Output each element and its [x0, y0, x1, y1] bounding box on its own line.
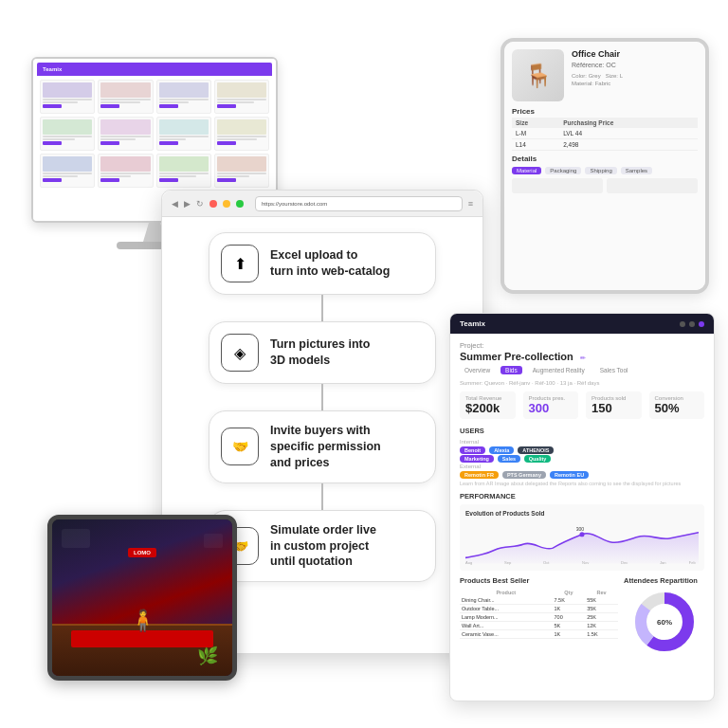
internal-users: Benoit Alexia ATHENOIS	[460, 446, 704, 454]
prices-table: Size Purchasing Price L-MLVL 44 L142,498	[512, 118, 698, 151]
dashboard-tabs: Overview Bids Augmented Reality Sales To…	[460, 366, 704, 374]
dashboard-body: Project: Summer Pre-collection ✏ Overvie…	[450, 334, 714, 663]
col-qty: Qty	[553, 589, 586, 596]
product-card	[214, 117, 269, 151]
prices-label: Prices	[512, 107, 698, 116]
chart-title: Evolution of Products Sold	[465, 510, 699, 517]
detail-values	[512, 178, 698, 193]
product-card	[98, 80, 153, 114]
product-card	[40, 117, 95, 151]
project-edit-icon[interactable]: ✏	[580, 355, 586, 361]
table-row: Wall Art...5K12K	[460, 622, 618, 630]
tab-bids[interactable]: Bids	[500, 366, 522, 374]
ar-decor	[62, 529, 90, 548]
tab-sales-tool[interactable]: Sales Tool	[595, 366, 633, 374]
ar-decor-2	[204, 534, 223, 548]
back-icon[interactable]: ◀	[172, 199, 178, 209]
user-badge: Remotin EU	[550, 471, 589, 479]
svg-text:Nov: Nov	[582, 560, 590, 565]
tab-overview[interactable]: Overview	[460, 366, 495, 374]
detail-tab-samples[interactable]: Samples	[621, 167, 652, 174]
forward-icon[interactable]: ▶	[184, 199, 191, 209]
col-revenue: Rev	[585, 589, 618, 596]
col-price: Purchasing Price	[559, 118, 698, 128]
product-card	[98, 154, 153, 188]
flow-step-excel-upload: ⬆ Excel upload toturn into web-catalog	[209, 232, 436, 295]
user-badge: Benoit	[460, 446, 485, 454]
product-card	[156, 154, 211, 188]
product-id: Référence: OC Color: Grey Size: LMateria…	[572, 61, 698, 88]
detail-tab-material[interactable]: Material	[512, 167, 541, 174]
dashboard-header: Teamix	[450, 314, 714, 334]
flow-step-simulate-text: Simulate order livein custom projectunti…	[270, 522, 376, 571]
table-row: Dining Chair...7.5K55K	[460, 596, 618, 605]
svg-text:Dec: Dec	[621, 560, 628, 565]
product-card	[156, 80, 211, 114]
table-row: Outdoor Table...1K35K	[460, 605, 618, 613]
kpi-conversion-value: 50%	[655, 401, 700, 415]
maximize-dot[interactable]	[236, 200, 244, 208]
kpi-products-value: 300	[529, 401, 573, 415]
menu-icon[interactable]: ≡	[468, 199, 473, 209]
invite-icon: 🤝	[221, 428, 259, 465]
svg-text:Oct: Oct	[543, 560, 550, 565]
attendees-section: Attendees Repartition 60%	[624, 576, 704, 655]
price-row: L-MLVL 44	[512, 128, 698, 139]
kpi-sold-value: 150	[592, 401, 636, 415]
attendees-title: Attendees Repartition	[624, 576, 704, 585]
svg-text:Aug: Aug	[465, 560, 473, 565]
ar-plant: 🌿	[197, 646, 218, 666]
performance-title: PERFORMANCE	[460, 492, 704, 500]
table-row: Lamp Modern...70025K	[460, 613, 618, 622]
kpi-sold: Products sold 150	[586, 391, 642, 419]
external-label: External	[460, 464, 704, 469]
role-sales: Sales	[498, 455, 520, 463]
users-section: USERS Internal Benoit Alexia ATHENOIS Ma…	[460, 427, 704, 486]
detail-tab-shipping[interactable]: Shipping	[585, 167, 616, 174]
svg-text:300: 300	[576, 526, 585, 532]
user-badge: ATHENOIS	[518, 446, 554, 454]
user-badge: PTS Germany	[502, 471, 546, 479]
best-seller-title: Products Best Seller	[460, 576, 618, 585]
role-marketing: Marketing	[460, 455, 494, 463]
product-card	[40, 80, 95, 114]
flow-step-simulate: 🤝 Simulate order livein custom projectun…	[209, 510, 436, 583]
excel-upload-icon: ⬆	[221, 245, 259, 282]
dashboard-bottom: Products Best Seller Product Qty Rev Din…	[460, 576, 704, 655]
best-seller-table: Product Qty Rev Dining Chair...7.5K55K O…	[460, 589, 618, 639]
close-dot[interactable]	[209, 200, 217, 208]
price-row: L142,498	[512, 139, 698, 151]
reload-icon[interactable]: ↻	[196, 199, 204, 209]
product-name: Office Chair	[572, 49, 698, 59]
project-label: Project:	[460, 341, 704, 350]
svg-point-0	[579, 532, 584, 537]
flow-step-invite-text: Invite buyers withspecific permissionand…	[270, 423, 381, 471]
user-badge: Remotin FR	[460, 471, 499, 479]
3d-icon: ◈	[221, 334, 259, 372]
product-card	[98, 117, 153, 151]
internal-label: Internal	[460, 439, 704, 445]
flow-connector-1	[321, 295, 323, 321]
header-icon-user	[699, 321, 704, 327]
product-card	[40, 154, 95, 188]
kpi-revenue: Total Revenue $200k	[460, 391, 516, 419]
url-bar[interactable]: https://yourstore.odot.com	[255, 196, 463, 211]
flow-step-3d: ◈ Turn pictures into3D models	[209, 321, 436, 384]
details-label: Details	[512, 155, 698, 163]
col-product: Product	[460, 589, 553, 596]
minimize-dot[interactable]	[223, 200, 230, 208]
kpi-conversion: Conversion 50%	[649, 391, 705, 419]
flow-step-3d-text: Turn pictures into3D models	[270, 337, 370, 369]
flow-connector-2	[321, 384, 323, 410]
tab-ar[interactable]: Augmented Reality	[528, 366, 590, 374]
table-row: Ceramic Vase...1K1.5K	[460, 630, 618, 639]
dashboard-mockup: Teamix Project: Summer Pre-collection ✏ …	[449, 313, 715, 701]
tablet-right: 🪑 Office Chair Référence: OC Color: Grey…	[500, 38, 709, 294]
role-badges: Marketing Sales Quality	[460, 456, 704, 462]
kpi-row: Total Revenue $200k Products pres. 300 P…	[460, 391, 704, 419]
users-title: USERS	[460, 427, 704, 435]
user-note: Learn from AR Image about delegated the …	[460, 481, 704, 486]
chart-area: Evolution of Products Sold 300 Aug Sep O…	[460, 504, 704, 571]
detail-tab-packaging[interactable]: Packaging	[545, 167, 581, 174]
ar-tablet-frame: 🧍 🌿 LOMO	[47, 515, 237, 681]
